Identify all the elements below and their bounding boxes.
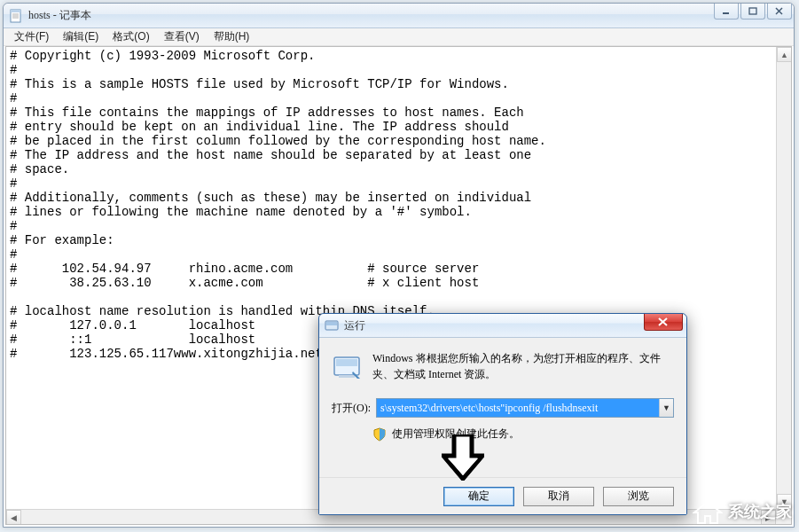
watermark: 系统之家 xyxy=(693,498,792,525)
svg-rect-6 xyxy=(749,8,756,14)
svg-rect-10 xyxy=(326,322,337,325)
scroll-left-button[interactable]: ◀ xyxy=(6,510,21,525)
watermark-text: 系统之家 xyxy=(728,501,792,522)
run-titlebar[interactable]: 运行 xyxy=(319,314,686,338)
run-dropdown-arrow-icon[interactable]: ▼ xyxy=(659,399,673,417)
ok-button[interactable]: 确定 xyxy=(443,487,514,506)
run-body: Windows 将根据您所输入的名称，为您打开相应的程序、文件夹、文档或 Int… xyxy=(319,338,686,442)
window-buttons xyxy=(712,4,792,20)
run-close-button[interactable] xyxy=(644,314,683,331)
run-admin-note-row: 使用管理权限创建此任务。 xyxy=(372,426,674,442)
run-input[interactable] xyxy=(376,398,674,418)
watermark-logo-icon xyxy=(693,498,723,525)
shield-icon xyxy=(372,427,387,442)
menu-file[interactable]: 文件(F) xyxy=(7,27,56,46)
menu-help[interactable]: 帮助(H) xyxy=(207,27,257,46)
run-title-icon xyxy=(325,318,339,332)
svg-rect-15 xyxy=(339,375,355,378)
menu-view[interactable]: 查看(V) xyxy=(157,27,207,46)
menu-edit[interactable]: 编辑(E) xyxy=(56,27,106,46)
notepad-menubar: 文件(F) 编辑(E) 格式(O) 查看(V) 帮助(H) xyxy=(4,28,794,46)
svg-rect-14 xyxy=(336,359,357,366)
menu-format[interactable]: 格式(O) xyxy=(106,27,156,46)
browse-button[interactable]: 浏览 xyxy=(603,487,674,506)
run-program-icon xyxy=(332,352,364,384)
cancel-button[interactable]: 取消 xyxy=(523,487,594,506)
run-dialog: 运行 Windows 将根据您所输入的名称，为您打开相应的程序、文件夹、文档或 … xyxy=(318,313,687,515)
run-description: Windows 将根据您所输入的名称，为您打开相应的程序、文件夹、文档或 Int… xyxy=(372,350,674,382)
run-button-row: 确定 取消 浏览 xyxy=(319,477,686,514)
svg-rect-1 xyxy=(11,10,20,12)
notepad-title: hosts - 记事本 xyxy=(28,8,91,23)
notepad-icon xyxy=(9,9,23,23)
close-button[interactable] xyxy=(767,4,792,20)
vertical-scrollbar[interactable]: ▲ ▼ xyxy=(776,47,791,509)
notepad-titlebar[interactable]: hosts - 记事本 xyxy=(4,4,794,28)
run-combobox[interactable]: ▼ xyxy=(376,398,674,418)
run-open-label: 打开(O): xyxy=(332,401,371,416)
run-title: 运行 xyxy=(344,318,365,333)
scroll-up-button[interactable]: ▲ xyxy=(777,47,792,62)
minimize-button[interactable] xyxy=(714,4,739,20)
maximize-button[interactable] xyxy=(740,4,765,20)
run-admin-note: 使用管理权限创建此任务。 xyxy=(392,426,520,442)
